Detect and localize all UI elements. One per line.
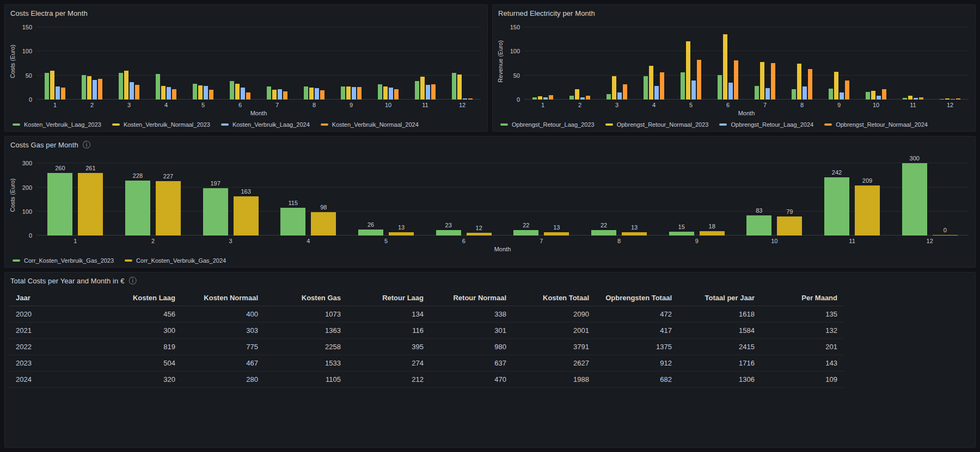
bar[interactable] bbox=[840, 92, 844, 100]
legend-item[interactable]: Kosten_Verbruik_Normaal_2023 bbox=[112, 121, 210, 128]
bar[interactable] bbox=[78, 173, 103, 236]
bar[interactable] bbox=[919, 97, 923, 100]
bar[interactable] bbox=[82, 75, 86, 100]
bar[interactable] bbox=[549, 95, 553, 100]
bar[interactable] bbox=[463, 98, 467, 100]
bar[interactable] bbox=[718, 75, 722, 100]
bar[interactable] bbox=[866, 92, 870, 100]
bar[interactable] bbox=[320, 90, 324, 100]
panel-title[interactable]: Total Costs per Year and Month in € bbox=[10, 277, 124, 285]
bar[interactable] bbox=[311, 212, 336, 236]
bar[interactable] bbox=[697, 60, 701, 100]
bar[interactable] bbox=[280, 208, 305, 236]
bar[interactable] bbox=[135, 85, 139, 100]
bar[interactable] bbox=[623, 84, 627, 100]
panel-header[interactable]: Costs Gas per Month ⓘ bbox=[5, 137, 975, 153]
bar[interactable] bbox=[649, 66, 653, 100]
bar[interactable] bbox=[452, 73, 456, 100]
bar[interactable] bbox=[267, 86, 271, 100]
bar[interactable] bbox=[956, 98, 960, 100]
bar[interactable] bbox=[246, 92, 250, 100]
bar[interactable] bbox=[569, 96, 574, 100]
bar[interactable] bbox=[575, 89, 579, 100]
panel-header[interactable]: Costs Electra per Month bbox=[5, 5, 487, 21]
column-header[interactable]: Kosten Gas bbox=[265, 290, 347, 306]
bar[interactable] bbox=[315, 88, 319, 100]
bar[interactable] bbox=[824, 177, 849, 236]
bar[interactable] bbox=[156, 74, 160, 100]
bar[interactable] bbox=[235, 84, 240, 100]
bar[interactable] bbox=[389, 232, 414, 236]
bar[interactable] bbox=[50, 71, 54, 100]
bar[interactable] bbox=[346, 86, 351, 100]
bar[interactable] bbox=[845, 81, 849, 100]
bar[interactable] bbox=[829, 89, 833, 100]
panel-header[interactable]: Total Costs per Year and Month in € ⓘ bbox=[5, 273, 975, 289]
bar[interactable] bbox=[203, 188, 228, 236]
bar[interactable] bbox=[771, 63, 775, 100]
panel-header[interactable]: Returned Electricity per Month bbox=[493, 5, 975, 21]
bar[interactable] bbox=[457, 75, 462, 100]
panel-title[interactable]: Costs Gas per Month bbox=[10, 141, 78, 149]
bar[interactable] bbox=[45, 73, 49, 100]
bar[interactable] bbox=[855, 185, 880, 236]
bar[interactable] bbox=[543, 97, 548, 100]
bar[interactable] bbox=[902, 163, 927, 236]
bar[interactable] bbox=[358, 230, 383, 236]
bar[interactable] bbox=[612, 76, 616, 100]
bar[interactable] bbox=[468, 98, 473, 100]
panel-title[interactable]: Returned Electricity per Month bbox=[498, 9, 595, 17]
bar[interactable] bbox=[660, 72, 664, 100]
bar[interactable] bbox=[803, 86, 807, 100]
bar[interactable] bbox=[914, 98, 918, 100]
bar[interactable] bbox=[669, 232, 694, 236]
legend-item[interactable]: Opbrengst_Retour_Laag_2024 bbox=[719, 121, 813, 128]
bar[interactable] bbox=[167, 87, 171, 100]
bar[interactable] bbox=[765, 88, 770, 100]
bar[interactable] bbox=[234, 196, 259, 236]
bar[interactable] bbox=[467, 233, 492, 236]
bar[interactable] bbox=[945, 98, 950, 100]
bar[interactable] bbox=[797, 64, 801, 100]
bar[interactable] bbox=[681, 72, 685, 100]
bar[interactable] bbox=[940, 99, 944, 100]
bar[interactable] bbox=[760, 62, 764, 100]
bar[interactable] bbox=[93, 80, 97, 100]
column-header[interactable]: Kosten Laag bbox=[99, 290, 182, 306]
bar[interactable] bbox=[580, 97, 585, 100]
column-header[interactable]: Retour Laag bbox=[347, 290, 430, 306]
bar[interactable] bbox=[654, 86, 659, 100]
panel-title[interactable]: Costs Electra per Month bbox=[10, 9, 88, 17]
bar[interactable] bbox=[209, 90, 213, 100]
bar[interactable] bbox=[47, 173, 72, 236]
bar[interactable] bbox=[172, 89, 176, 100]
bar[interactable] bbox=[538, 96, 542, 100]
bar[interactable] bbox=[755, 86, 759, 100]
legend-item[interactable]: Opbrengst_Retour_Laag_2023 bbox=[500, 121, 595, 128]
bar[interactable] bbox=[908, 96, 912, 100]
bar[interactable] bbox=[357, 87, 362, 100]
bar[interactable] bbox=[723, 34, 727, 100]
bar[interactable] bbox=[431, 84, 436, 100]
bar[interactable] bbox=[617, 92, 622, 100]
bar[interactable] bbox=[304, 86, 308, 100]
bar[interactable] bbox=[834, 72, 838, 100]
bar[interactable] bbox=[777, 216, 802, 236]
bar[interactable] bbox=[161, 86, 166, 100]
bar[interactable] bbox=[734, 60, 738, 100]
bar[interactable] bbox=[746, 215, 771, 236]
bar[interactable] bbox=[230, 81, 234, 100]
legend-item[interactable]: Opbrengst_Retour_Normaal_2024 bbox=[824, 121, 928, 128]
bar[interactable] bbox=[98, 79, 102, 100]
bar[interactable] bbox=[309, 88, 314, 100]
column-header[interactable]: Retour Normaal bbox=[430, 290, 513, 306]
bar[interactable] bbox=[394, 89, 399, 100]
bar[interactable] bbox=[341, 86, 345, 100]
bar[interactable] bbox=[241, 88, 245, 100]
bar[interactable] bbox=[700, 231, 725, 236]
bar[interactable] bbox=[882, 89, 886, 100]
bar[interactable] bbox=[933, 235, 958, 236]
bar[interactable] bbox=[193, 84, 197, 100]
bar[interactable] bbox=[686, 41, 690, 100]
bar[interactable] bbox=[903, 98, 907, 100]
